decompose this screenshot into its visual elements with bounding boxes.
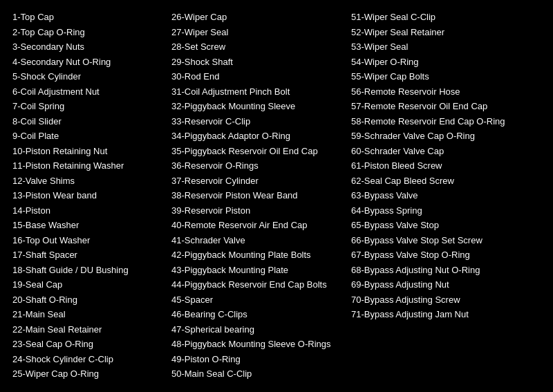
list-item: 57-Remote Reservoir Oil End Cap xyxy=(351,100,553,113)
list-item: 63-Bypass Valve xyxy=(351,189,553,203)
list-item: 25-Wiper Cap O-Ring xyxy=(12,367,160,381)
list-item: 67-Bypass Valve Stop O-Ring xyxy=(351,248,553,262)
list-item: 2-Top Cap O-Ring xyxy=(12,26,160,39)
list-item: 9-Coil Plate xyxy=(12,129,160,143)
list-item: 34-Piggyback Adaptor O-Ring xyxy=(171,129,340,143)
list-item: 45-Spacer xyxy=(171,293,340,307)
list-item: 5-Shock Cylinder xyxy=(12,70,160,84)
list-item: 16-Top Out Washer xyxy=(12,234,160,248)
list-item: 4-Secondary Nut O-Ring xyxy=(12,55,160,69)
list-item: 35-Piggyback Reservoir Oil End Cap xyxy=(171,144,340,158)
list-item: 64-Bypass Spring xyxy=(351,204,553,218)
list-item: 30-Rod End xyxy=(171,70,340,84)
list-item: 71-Bypass Adjusting Jam Nut xyxy=(351,308,553,321)
list-item: 55-Wiper Cap Bolts xyxy=(351,70,553,84)
list-item: 7-Coil Spring xyxy=(12,100,160,113)
list-item: 8-Coil Slider xyxy=(12,115,160,129)
list-item: 49-Piston O-Ring xyxy=(171,353,340,366)
list-item: 52-Wiper Seal Retainer xyxy=(351,26,553,39)
list-item: 11-Piston Retaining Washer xyxy=(12,159,160,173)
list-item: 22-Main Seal Retainer xyxy=(12,323,160,337)
list-item: 40-Remote Reservoir Air End Cap xyxy=(171,218,340,232)
list-item: 66-Bypass Valve Stop Set Screw xyxy=(351,234,553,248)
list-item: 44-Piggyback Reservoir End Cap Bolts xyxy=(171,278,340,292)
column-2: 26-Wiper Cap27-Wiper Seal28-Set Screw29-… xyxy=(166,7,346,384)
list-item: 13-Piston Wear band xyxy=(12,189,160,203)
list-item: 36-Reservoir O-Rings xyxy=(171,159,340,173)
list-item: 27-Wiper Seal xyxy=(171,26,340,39)
list-item: 48-Piggyback Mounting Sleeve O-Rings xyxy=(171,337,340,351)
list-item: 62-Seal Cap Bleed Screw xyxy=(351,174,553,188)
parts-list: 1-Top Cap2-Top Cap O-Ring3-Secondary Nut… xyxy=(7,7,546,384)
list-item: 28-Set Screw xyxy=(171,40,340,54)
list-item: 53-Wiper Seal xyxy=(351,40,553,54)
list-item: 61-Piston Bleed Screw xyxy=(351,159,553,173)
list-item: 46-Bearing C-Clips xyxy=(171,308,340,321)
list-item: 42-Piggyback Mounting Plate Bolts xyxy=(171,248,340,262)
list-item: 6-Coil Adjustment Nut xyxy=(12,85,160,99)
list-item: 33-Reservoir C-Clip xyxy=(171,115,340,129)
column-3: 51-Wiper Seal C-Clip52-Wiper Seal Retain… xyxy=(346,7,553,384)
list-item: 37-Reservoir Cylinder xyxy=(171,174,340,188)
list-item: 3-Secondary Nuts xyxy=(12,40,160,54)
list-item: 21-Main Seal xyxy=(12,308,160,321)
list-item: 24-Shock Cylinder C-Clip xyxy=(12,353,160,366)
list-item: 51-Wiper Seal C-Clip xyxy=(351,10,553,24)
list-item: 18-Shaft Guide / DU Bushing xyxy=(12,263,160,277)
list-item: 54-Wiper O-Ring xyxy=(351,55,553,69)
list-item: 41-Schrader Valve xyxy=(171,234,340,248)
list-item: 65-Bypass Valve Stop xyxy=(351,218,553,232)
list-item: 50-Main Seal C-Clip xyxy=(171,367,340,381)
list-item: 38-Reservoir Piston Wear Band xyxy=(171,189,340,203)
list-item: 17-Shaft Spacer xyxy=(12,248,160,262)
list-item: 32-Piggyback Mounting Sleeve xyxy=(171,100,340,113)
list-item: 68-Bypass Adjusting Nut O-Ring xyxy=(351,263,553,277)
column-1: 1-Top Cap2-Top Cap O-Ring3-Secondary Nut… xyxy=(7,7,166,384)
list-item: 1-Top Cap xyxy=(12,10,160,24)
list-item: 12-Valve Shims xyxy=(12,174,160,188)
list-item: 69-Bypass Adjusting Nut xyxy=(351,278,553,292)
list-item: 43-Piggyback Mounting Plate xyxy=(171,263,340,277)
list-item: 60-Schrader Valve Cap xyxy=(351,144,553,158)
list-item: 19-Seal Cap xyxy=(12,278,160,292)
list-item: 56-Remote Reservoir Hose xyxy=(351,85,553,99)
list-item: 29-Shock Shaft xyxy=(171,55,340,69)
list-item: 20-Shaft O-Ring xyxy=(12,293,160,307)
list-item: 70-Bypass Adjusting Screw xyxy=(351,293,553,307)
list-item: 31-Coil Adjustment Pinch Bolt xyxy=(171,85,340,99)
list-item: 23-Seal Cap O-Ring xyxy=(12,337,160,351)
list-item: 39-Reservoir Piston xyxy=(171,204,340,218)
list-item: 10-Piston Retaining Nut xyxy=(12,144,160,158)
list-item: 47-Spherical bearing xyxy=(171,323,340,337)
list-item: 59-Schrader Valve Cap O-Ring xyxy=(351,129,553,143)
list-item: 15-Base Washer xyxy=(12,218,160,232)
list-item: 58-Remote Reservoir End Cap O-Ring xyxy=(351,115,553,129)
list-item: 14-Piston xyxy=(12,204,160,218)
list-item: 26-Wiper Cap xyxy=(171,10,340,24)
